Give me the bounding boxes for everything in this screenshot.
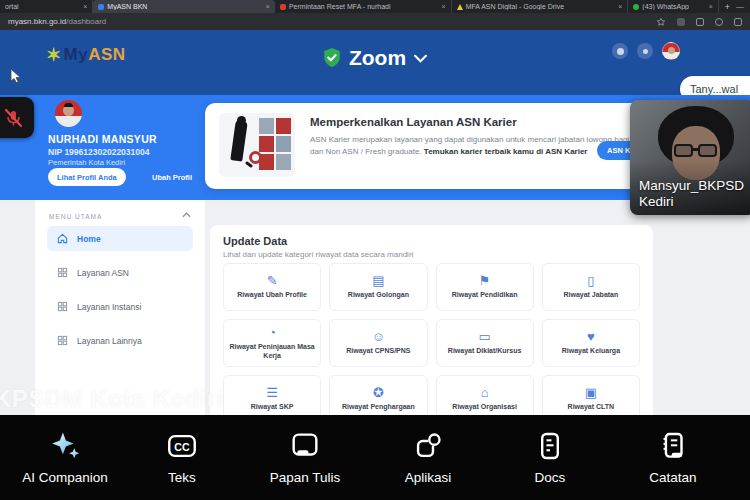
banner-title: Memperkenalkan Layanan ASN Karier	[310, 116, 517, 128]
ai-sparkle-icon	[47, 429, 83, 463]
graduation-icon: ⚑	[479, 274, 491, 287]
asn-karier-banner-card: Memperkenalkan Layanan ASN Karier ASN Ka…	[205, 103, 657, 189]
sidebar-item-layanan-instansi[interactable]: Layanan Instansi	[47, 294, 193, 319]
job-search-illustration	[219, 113, 295, 177]
document-icon: ☰	[266, 386, 278, 399]
profile-agency: Pemerintah Kota Kediri	[48, 158, 125, 167]
organization-icon: ⌂	[481, 386, 489, 399]
gmail-favicon	[280, 4, 286, 10]
sidebar-section-label: MENU UTAMA	[49, 213, 102, 220]
participant-video-tile[interactable]: Mansyur_BKPSD Kediri	[630, 100, 750, 215]
update-data-title: Update Data	[223, 235, 287, 247]
profile-avatar[interactable]	[55, 100, 82, 127]
security-shield-icon	[323, 48, 341, 68]
mouse-cursor	[10, 68, 21, 83]
sidebar-item-label: Layanan ASN	[77, 268, 129, 278]
tab-close-icon[interactable]: ×	[615, 3, 622, 10]
update-data-grid: ✎Riwayat Ubah Profile ▤Riwayat Golongan …	[223, 263, 640, 423]
sidebar-item-layanan-asn[interactable]: Layanan ASN	[47, 260, 193, 285]
riwayat-golongan-card[interactable]: ▤Riwayat Golongan	[329, 263, 427, 311]
profile-nip: NIP 199612302022031004	[48, 147, 149, 157]
sidebar-item-layanan-lainnya[interactable]: Layanan Lainnya	[47, 328, 193, 353]
grid-icon	[57, 301, 68, 312]
myasn-favicon	[98, 4, 104, 10]
riwayat-cpns-pns-card[interactable]: ☺Riwayat CPNS/PNS	[329, 319, 427, 367]
riwayat-pendidikan-card[interactable]: ⚑Riwayat Pendidikan	[436, 263, 534, 311]
sidebar-item-label: Layanan Lainnya	[77, 336, 142, 346]
browser-urlbar[interactable]: myasn.bkn.go.id/dashboard	[0, 13, 750, 30]
tab-title: Permintaan Reset MFA - nurhadi	[289, 3, 391, 10]
toolbar-catatan[interactable]: Catatan	[618, 429, 728, 485]
navbar-avatar[interactable]	[662, 42, 680, 60]
users-icon: ☺	[372, 330, 385, 343]
edit-profile-button[interactable]: Ubah Profil	[152, 168, 192, 186]
extension-icon[interactable]	[715, 18, 723, 26]
url-path: /dashboard	[66, 17, 106, 26]
sidebar-item-home[interactable]: Home	[47, 226, 193, 251]
toolbar-papan-tulis[interactable]: Papan Tulis	[250, 429, 360, 485]
tab-close-icon[interactable]: ×	[706, 3, 713, 10]
meeting-watermark: KPSDM Kota Kediri	[0, 385, 224, 413]
clock-icon: ◔	[268, 326, 276, 339]
riwayat-jabatan-card[interactable]: ▯Riwayat Jabatan	[542, 263, 640, 311]
browser-tab[interactable]: MFA ASN Digital - Google Drive ×	[452, 0, 629, 13]
site-navbar: ✶ My ASN Zoom Tany...wal	[0, 30, 750, 95]
medal-icon: ✪	[373, 386, 384, 399]
theme-toggle-icon[interactable]	[612, 43, 628, 59]
urlbar-icons	[656, 17, 742, 27]
address-text[interactable]: myasn.bkn.go.id/dashboard	[8, 17, 106, 26]
docs-icon	[533, 429, 567, 463]
toolbar-docs[interactable]: Docs	[495, 429, 605, 485]
banner-body-bold: Temukan karier terbaik kamu di ASN Karie…	[424, 147, 588, 156]
browser-tab[interactable]: ortal ×	[0, 0, 93, 13]
notes-icon	[656, 429, 690, 463]
new-tab-button[interactable]: +	[719, 0, 736, 13]
google-drive-favicon	[457, 4, 463, 10]
riwayat-keluarga-card[interactable]: ♥Riwayat Keluarga	[542, 319, 640, 367]
zoom-share-label: Zoom	[349, 46, 406, 70]
browser-tab-active[interactable]: MyASN BKN ×	[93, 0, 275, 13]
bookmark-star-icon[interactable]	[656, 17, 666, 27]
view-profile-button[interactable]: Lihat Profil Anda	[48, 168, 126, 186]
home-icon	[57, 233, 68, 244]
extension-icon[interactable]	[734, 18, 742, 26]
riwayat-ubah-profile-card[interactable]: ✎Riwayat Ubah Profile	[223, 263, 321, 311]
participant-name-label: Mansyur_BKPSD Kediri	[639, 178, 744, 210]
tab-title: ortal	[5, 3, 19, 10]
update-data-card: Update Data Lihat dan update kategori ri…	[210, 225, 653, 425]
tab-close-icon[interactable]: ×	[439, 3, 446, 10]
whatsapp-favicon	[633, 4, 639, 10]
extension-icon[interactable]	[696, 18, 704, 26]
tab-close-icon[interactable]: ×	[80, 3, 87, 10]
toolbar-ai-companion[interactable]: AI Companion	[10, 429, 120, 485]
toolbar-aplikasi[interactable]: Aplikasi	[373, 429, 483, 485]
browser-tab[interactable]: (43) WhatsApp ×	[628, 0, 718, 13]
extension-icon[interactable]	[677, 18, 685, 26]
tab-close-icon[interactable]: ×	[263, 3, 270, 10]
tab-title: MyASN BKN	[107, 3, 147, 10]
svg-text:CC: CC	[174, 441, 190, 453]
browser-tabstrip: ortal × MyASN BKN × Permintaan Reset MFA…	[0, 0, 750, 13]
muted-mic-chip[interactable]	[0, 97, 34, 138]
chevron-down-icon[interactable]	[414, 54, 427, 63]
window-minimize-button[interactable]: —	[736, 0, 750, 13]
navbar-actions	[612, 42, 680, 60]
riwayat-peninjauan-masa-kerja-card[interactable]: ◔Riwayat Peninjauan Masa Kerja	[223, 319, 321, 367]
apps-icon	[411, 429, 445, 463]
closed-caption-icon: CC	[165, 429, 199, 463]
chevron-up-icon[interactable]	[182, 212, 191, 218]
zoom-toolbar: AI Companion CC Teks Papan Tulis Aplikas…	[0, 415, 750, 500]
browser-tab[interactable]: Permintaan Reset MFA - nurhadi ×	[275, 0, 452, 13]
grid-icon	[57, 267, 68, 278]
notification-bell-icon[interactable]	[637, 43, 653, 59]
user-edit-icon: ✎	[267, 274, 278, 287]
riwayat-diklat-kursus-card[interactable]: ▭Riwayat Diklat/Kursus	[436, 319, 534, 367]
sidebar: MENU UTAMA Home Layanan ASN Layanan Inst…	[35, 200, 205, 415]
id-badge-icon: ▯	[587, 274, 594, 287]
tab-title: (43) WhatsApp	[642, 3, 689, 10]
tab-title: MFA ASN Digital - Google Drive	[466, 3, 564, 10]
grid-icon	[57, 335, 68, 346]
presentation-icon: ▭	[478, 330, 490, 343]
microphone-muted-icon	[2, 107, 24, 129]
toolbar-teks[interactable]: CC Teks	[127, 429, 237, 485]
